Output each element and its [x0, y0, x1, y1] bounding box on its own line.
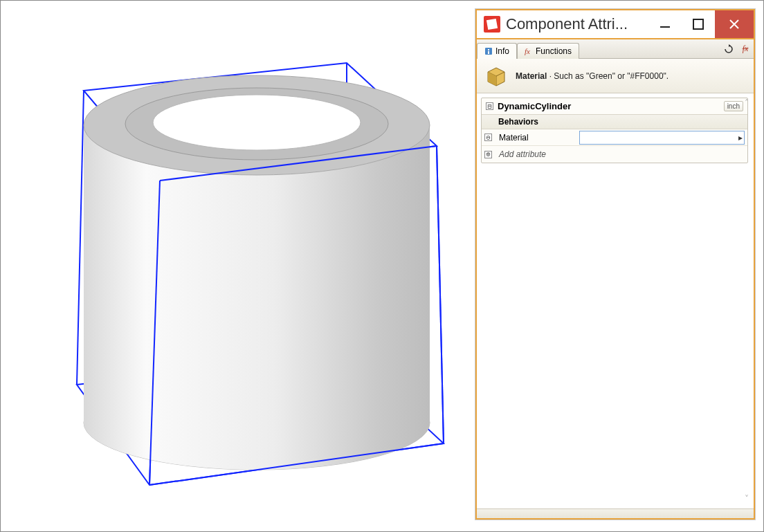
minimize-icon	[659, 18, 671, 30]
tab-info-label: Info	[495, 46, 509, 56]
window-title: Component Attri...	[506, 15, 648, 33]
functions-icon: fx	[525, 47, 533, 55]
refresh-button[interactable]	[720, 39, 737, 58]
app-stage: Component Attri... Info	[0, 0, 764, 532]
material-box-icon	[484, 64, 509, 89]
attribute-input-material[interactable]: ▸	[579, 131, 745, 145]
svg-rect-14	[660, 26, 670, 28]
attribute-description-detail: · Such as "Green" or "#FF0000".	[547, 71, 668, 81]
tab-functions-label: Functions	[536, 46, 572, 56]
scroll-up-icon[interactable]: ˄	[741, 98, 752, 109]
component-box: ⊟ DynamicCylinder inch Behaviors ⊖ Mater…	[481, 98, 748, 163]
svg-text:fx: fx	[525, 47, 530, 55]
component-header[interactable]: ⊟ DynamicCylinder inch	[482, 98, 747, 115]
vertical-scrollbar[interactable]: ˄ ˅	[741, 98, 752, 504]
add-attribute-label: Add attribute	[496, 149, 546, 159]
svg-rect-15	[693, 19, 703, 29]
svg-line-0	[77, 91, 84, 385]
maximize-button[interactable]	[682, 10, 715, 38]
svg-point-9	[153, 95, 361, 150]
tab-functions[interactable]: fx Functions	[517, 43, 579, 59]
attribute-description-label: Material	[516, 71, 547, 81]
add-attribute-row[interactable]: ⊕ Add attribute	[482, 146, 747, 163]
component-collapse-toggle[interactable]: ⊟	[486, 102, 493, 110]
attribute-row-material: ⊖ Material ▸	[482, 129, 747, 146]
close-icon	[729, 19, 740, 30]
add-attribute-toggle[interactable]: ⊕	[484, 151, 492, 158]
tab-info[interactable]: Info	[477, 43, 517, 59]
attribute-label-material[interactable]: Material	[496, 133, 579, 143]
scroll-down-icon[interactable]: ˅	[741, 493, 752, 504]
sketchup-app-icon	[484, 16, 500, 33]
clear-fx-icon: fx	[743, 44, 749, 54]
svg-line-12	[437, 146, 444, 443]
minimize-button[interactable]	[648, 10, 682, 38]
svg-point-6	[84, 376, 430, 470]
attribute-remove-toggle[interactable]: ⊖	[484, 134, 492, 141]
svg-rect-18	[488, 51, 489, 54]
clear-fx-button[interactable]: fx	[737, 39, 754, 58]
component-name: DynamicCylinder	[498, 101, 571, 111]
svg-rect-17	[488, 49, 489, 51]
attributes-tree: ⊟ DynamicCylinder inch Behaviors ⊖ Mater…	[477, 93, 754, 508]
maximize-icon	[693, 19, 704, 30]
titlebar[interactable]: Component Attri...	[477, 10, 754, 39]
panel-statusbar	[477, 508, 754, 518]
panel-tabbar: Info fx Functions fx	[477, 39, 754, 59]
attribute-description: Material · Such as "Green" or "#FF0000".	[477, 59, 754, 93]
model-viewport[interactable]	[1, 1, 485, 526]
close-button[interactable]	[715, 10, 754, 38]
behaviors-section-label: Behaviors	[482, 115, 747, 129]
refresh-icon	[724, 44, 734, 54]
window-controls	[648, 10, 754, 38]
attribute-description-text: Material · Such as "Green" or "#FF0000".	[516, 71, 668, 81]
component-attributes-panel: Component Attri... Info	[475, 9, 755, 520]
info-icon	[484, 47, 493, 55]
unit-badge[interactable]: inch	[724, 101, 743, 111]
